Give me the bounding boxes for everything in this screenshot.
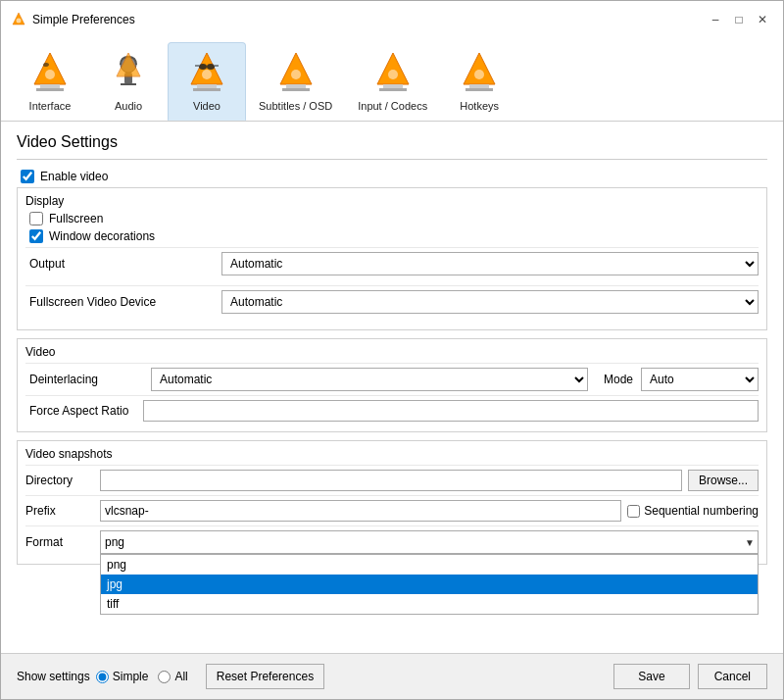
svg-marker-2 <box>34 53 66 84</box>
nav-item-subtitles[interactable]: Subtitles / OSD <box>246 42 345 121</box>
format-input[interactable] <box>100 530 759 554</box>
subtitles-icon <box>272 49 319 96</box>
sequential-row: Sequential numbering <box>627 504 759 518</box>
deinterlacing-row: Deinterlacing Automatic Mode Auto <box>25 363 759 395</box>
format-option-png[interactable]: png <box>101 555 758 575</box>
svg-rect-29 <box>469 84 489 88</box>
svg-rect-3 <box>40 84 60 88</box>
footer: Show settings Simple All Reset Preferenc… <box>1 653 783 699</box>
fullscreen-device-row: Fullscreen Video Device Automatic <box>25 285 759 318</box>
app-icon <box>11 12 26 27</box>
svg-rect-26 <box>379 88 407 91</box>
svg-rect-25 <box>383 84 403 88</box>
output-label: Output <box>25 257 221 271</box>
aspect-ratio-row: Force Aspect Ratio <box>25 395 759 425</box>
svg-point-1 <box>17 19 22 24</box>
svg-point-31 <box>474 70 484 79</box>
main-window: Simple Preferences – □ ✕ Interface <box>0 0 784 700</box>
format-option-jpg[interactable]: jpg <box>101 575 758 594</box>
svg-rect-22 <box>282 88 310 91</box>
footer-actions: Save Cancel <box>613 664 767 689</box>
nav-item-hotkeys[interactable]: Hotkeys <box>440 42 518 121</box>
svg-point-5 <box>45 70 55 79</box>
output-row: Output Automatic <box>25 247 759 279</box>
nav-item-audio[interactable]: Audio <box>89 42 168 121</box>
snapshot-section: Video snapshots Directory Browse... Pref… <box>17 440 767 565</box>
directory-input[interactable] <box>100 470 682 491</box>
fullscreen-label: Fullscreen <box>49 212 103 225</box>
format-row: Format ▼ png jpg tiff <box>25 525 759 558</box>
window-decorations-row: Window decorations <box>25 229 759 243</box>
svg-point-15 <box>199 64 207 70</box>
fullscreen-device-select[interactable]: Automatic <box>221 290 759 314</box>
radio-simple-label: Simple <box>113 670 149 683</box>
title-divider <box>17 159 767 160</box>
svg-rect-12 <box>197 84 217 88</box>
reset-preferences-button[interactable]: Reset Preferences <box>206 664 324 689</box>
nav-label-audio: Audio <box>115 100 142 112</box>
minimize-button[interactable]: – <box>705 9 726 30</box>
browse-button[interactable]: Browse... <box>688 470 759 491</box>
nav-bar: Interface Audio <box>1 36 783 122</box>
nav-label-interface: Interface <box>29 100 72 112</box>
snapshot-section-title: Video snapshots <box>25 447 759 461</box>
nav-label-input: Input / Codecs <box>358 100 427 112</box>
window-title: Simple Preferences <box>32 13 705 26</box>
radio-simple-input[interactable] <box>96 671 109 683</box>
radio-all[interactable]: All <box>158 670 187 683</box>
cancel-button[interactable]: Cancel <box>698 664 767 689</box>
directory-label: Directory <box>25 474 94 487</box>
fullscreen-device-control: Automatic <box>221 290 759 314</box>
svg-marker-20 <box>280 53 312 84</box>
window-controls: – □ ✕ <box>705 9 773 30</box>
prefix-input[interactable] <box>100 500 621 522</box>
svg-point-16 <box>207 64 215 70</box>
svg-point-27 <box>388 70 398 79</box>
output-control: Automatic <box>221 252 759 275</box>
prefix-row: Prefix Sequential numbering <box>25 495 759 525</box>
video-section-title: Video <box>25 345 759 359</box>
format-dropdown-list: png jpg tiff <box>100 554 759 615</box>
nav-item-input[interactable]: Input / Codecs <box>345 42 440 121</box>
input-icon <box>369 49 416 96</box>
deinterlacing-label: Deinterlacing <box>25 373 143 386</box>
output-select[interactable]: Automatic <box>221 252 759 275</box>
svg-marker-24 <box>377 53 409 84</box>
aspect-ratio-input[interactable] <box>143 400 759 422</box>
interface-icon <box>26 49 74 96</box>
format-option-tiff[interactable]: tiff <box>101 594 758 614</box>
deinterlacing-select[interactable]: Automatic <box>151 368 588 391</box>
fullscreen-device-label: Fullscreen Video Device <box>25 295 221 309</box>
svg-marker-28 <box>464 53 495 84</box>
window-decorations-checkbox[interactable] <box>29 229 43 243</box>
svg-point-23 <box>291 70 301 79</box>
content-area: Video Settings Enable video Display Full… <box>1 122 783 653</box>
nav-item-video[interactable]: Video <box>168 42 246 121</box>
enable-video-label: Enable video <box>40 170 108 183</box>
save-button[interactable]: Save <box>613 664 689 689</box>
mode-select[interactable]: Auto <box>641 368 759 391</box>
radio-simple[interactable]: Simple <box>96 670 149 683</box>
prefix-label: Prefix <box>25 504 94 518</box>
enable-video-row: Enable video <box>17 170 767 183</box>
radio-all-label: All <box>174 670 187 683</box>
window-decorations-label: Window decorations <box>49 229 155 243</box>
sequential-checkbox[interactable] <box>627 505 640 518</box>
fullscreen-checkbox[interactable] <box>29 212 43 225</box>
maximize-button[interactable]: □ <box>728 9 750 30</box>
display-section: Display Fullscreen Window decorations Ou… <box>17 187 767 330</box>
nav-label-subtitles: Subtitles / OSD <box>259 100 332 112</box>
nav-label-video: Video <box>193 100 220 112</box>
format-select-wrapper: ▼ png jpg tiff <box>100 530 759 554</box>
svg-rect-30 <box>466 88 493 91</box>
display-section-title: Display <box>25 194 759 208</box>
sequential-label: Sequential numbering <box>644 504 759 518</box>
svg-rect-21 <box>286 84 306 88</box>
close-button[interactable]: ✕ <box>752 9 773 30</box>
aspect-ratio-label: Force Aspect Ratio <box>25 404 143 418</box>
radio-all-input[interactable] <box>158 671 171 683</box>
nav-item-interface[interactable]: Interface <box>11 42 89 121</box>
show-settings-label: Show settings <box>17 670 90 683</box>
enable-video-checkbox[interactable] <box>21 170 34 183</box>
title-bar: Simple Preferences – □ ✕ <box>1 1 783 36</box>
